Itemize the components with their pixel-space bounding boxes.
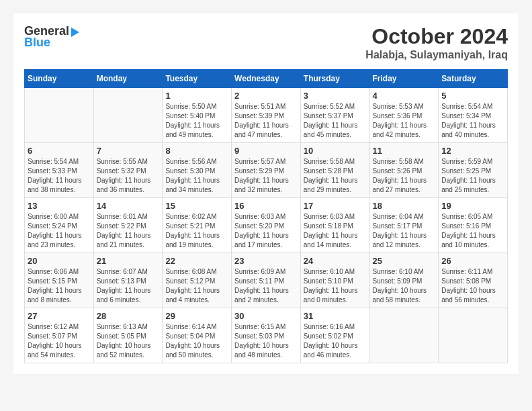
day-number: 10 — [304, 146, 367, 156]
day-cell: 4Sunrise: 5:53 AM Sunset: 5:36 PM Daylig… — [369, 88, 439, 143]
day-number: 18 — [373, 201, 436, 211]
day-number: 19 — [441, 201, 504, 211]
calendar-table: SundayMondayTuesdayWednesdayThursdayFrid… — [24, 69, 508, 363]
day-info: Sunrise: 5:53 AM Sunset: 5:36 PM Dayligh… — [373, 102, 436, 140]
day-cell: 21Sunrise: 6:07 AM Sunset: 5:13 PM Dayli… — [93, 253, 163, 308]
day-cell: 9Sunrise: 5:57 AM Sunset: 5:29 PM Daylig… — [232, 143, 301, 198]
day-number: 29 — [165, 311, 228, 321]
day-info: Sunrise: 6:01 AM Sunset: 5:22 PM Dayligh… — [97, 212, 160, 250]
day-cell — [439, 308, 508, 363]
day-info: Sunrise: 6:05 AM Sunset: 5:16 PM Dayligh… — [441, 212, 504, 250]
day-info: Sunrise: 5:50 AM Sunset: 5:40 PM Dayligh… — [165, 102, 228, 140]
day-number: 22 — [165, 256, 228, 266]
day-number: 26 — [441, 256, 504, 266]
day-cell: 12Sunrise: 5:59 AM Sunset: 5:25 PM Dayli… — [439, 143, 508, 198]
day-info: Sunrise: 6:03 AM Sunset: 5:20 PM Dayligh… — [234, 212, 298, 250]
day-info: Sunrise: 6:16 AM Sunset: 5:02 PM Dayligh… — [304, 322, 367, 360]
day-cell: 28Sunrise: 6:13 AM Sunset: 5:05 PM Dayli… — [93, 308, 163, 363]
day-cell: 31Sunrise: 6:16 AM Sunset: 5:02 PM Dayli… — [300, 308, 369, 363]
week-row-1: 1Sunrise: 5:50 AM Sunset: 5:40 PM Daylig… — [25, 88, 508, 143]
day-number: 30 — [234, 311, 298, 321]
day-cell: 10Sunrise: 5:58 AM Sunset: 5:28 PM Dayli… — [300, 143, 369, 198]
day-info: Sunrise: 6:09 AM Sunset: 5:11 PM Dayligh… — [234, 267, 298, 305]
column-header-saturday: Saturday — [439, 70, 508, 88]
day-info: Sunrise: 5:51 AM Sunset: 5:39 PM Dayligh… — [234, 102, 298, 140]
day-cell: 3Sunrise: 5:52 AM Sunset: 5:37 PM Daylig… — [300, 88, 369, 143]
header-row: SundayMondayTuesdayWednesdayThursdayFrid… — [25, 70, 508, 88]
day-cell: 27Sunrise: 6:12 AM Sunset: 5:07 PM Dayli… — [25, 308, 94, 363]
day-info: Sunrise: 5:58 AM Sunset: 5:28 PM Dayligh… — [304, 157, 367, 195]
day-cell — [93, 88, 163, 143]
column-header-tuesday: Tuesday — [163, 70, 232, 88]
location-title: Halabja, Sulaymaniyah, Iraq — [365, 49, 508, 61]
day-cell: 16Sunrise: 6:03 AM Sunset: 5:20 PM Dayli… — [232, 198, 301, 253]
day-info: Sunrise: 6:02 AM Sunset: 5:21 PM Dayligh… — [165, 212, 228, 250]
day-number: 17 — [304, 201, 367, 211]
day-number: 6 — [28, 146, 91, 156]
day-info: Sunrise: 6:11 AM Sunset: 5:08 PM Dayligh… — [441, 267, 504, 305]
day-info: Sunrise: 6:03 AM Sunset: 5:18 PM Dayligh… — [304, 212, 367, 250]
day-info: Sunrise: 6:07 AM Sunset: 5:13 PM Dayligh… — [97, 267, 160, 305]
day-info: Sunrise: 5:55 AM Sunset: 5:32 PM Dayligh… — [97, 157, 160, 195]
day-number: 11 — [373, 146, 436, 156]
day-number: 24 — [304, 256, 367, 266]
day-cell: 20Sunrise: 6:06 AM Sunset: 5:15 PM Dayli… — [25, 253, 94, 308]
header: General Blue October 2024 Halabja, Sulay… — [24, 24, 508, 61]
day-cell: 6Sunrise: 5:54 AM Sunset: 5:33 PM Daylig… — [25, 143, 94, 198]
day-number: 5 — [441, 91, 504, 101]
day-cell: 26Sunrise: 6:11 AM Sunset: 5:08 PM Dayli… — [439, 253, 508, 308]
day-number: 2 — [234, 91, 298, 101]
day-info: Sunrise: 5:57 AM Sunset: 5:29 PM Dayligh… — [234, 157, 298, 195]
day-cell: 24Sunrise: 6:10 AM Sunset: 5:10 PM Dayli… — [300, 253, 369, 308]
day-number: 14 — [97, 201, 160, 211]
day-cell: 29Sunrise: 6:14 AM Sunset: 5:04 PM Dayli… — [163, 308, 232, 363]
day-info: Sunrise: 5:54 AM Sunset: 5:33 PM Dayligh… — [28, 157, 91, 195]
day-number: 16 — [234, 201, 298, 211]
day-number: 3 — [304, 91, 367, 101]
day-info: Sunrise: 6:08 AM Sunset: 5:12 PM Dayligh… — [165, 267, 228, 305]
day-info: Sunrise: 6:15 AM Sunset: 5:03 PM Dayligh… — [234, 322, 298, 360]
day-info: Sunrise: 6:04 AM Sunset: 5:17 PM Dayligh… — [373, 212, 436, 250]
day-cell: 19Sunrise: 6:05 AM Sunset: 5:16 PM Dayli… — [439, 198, 508, 253]
day-info: Sunrise: 5:56 AM Sunset: 5:30 PM Dayligh… — [165, 157, 228, 195]
logo-blue-text: Blue — [24, 36, 50, 50]
day-info: Sunrise: 6:00 AM Sunset: 5:24 PM Dayligh… — [28, 212, 91, 250]
day-cell: 18Sunrise: 6:04 AM Sunset: 5:17 PM Dayli… — [369, 198, 439, 253]
day-cell: 2Sunrise: 5:51 AM Sunset: 5:39 PM Daylig… — [232, 88, 301, 143]
column-header-thursday: Thursday — [300, 70, 369, 88]
day-number: 25 — [373, 256, 436, 266]
day-cell — [369, 308, 439, 363]
day-cell: 14Sunrise: 6:01 AM Sunset: 5:22 PM Dayli… — [93, 198, 163, 253]
day-number: 12 — [441, 146, 504, 156]
day-info: Sunrise: 6:06 AM Sunset: 5:15 PM Dayligh… — [28, 267, 91, 305]
day-number: 28 — [97, 311, 160, 321]
column-header-monday: Monday — [93, 70, 163, 88]
day-number: 23 — [234, 256, 298, 266]
title-block: October 2024 Halabja, Sulaymaniyah, Iraq — [365, 24, 508, 61]
week-row-2: 6Sunrise: 5:54 AM Sunset: 5:33 PM Daylig… — [25, 143, 508, 198]
day-cell: 8Sunrise: 5:56 AM Sunset: 5:30 PM Daylig… — [163, 143, 232, 198]
day-info: Sunrise: 5:54 AM Sunset: 5:34 PM Dayligh… — [441, 102, 504, 140]
day-number: 13 — [28, 201, 91, 211]
day-info: Sunrise: 6:10 AM Sunset: 5:10 PM Dayligh… — [304, 267, 367, 305]
day-number: 15 — [165, 201, 228, 211]
day-cell: 25Sunrise: 6:10 AM Sunset: 5:09 PM Dayli… — [369, 253, 439, 308]
day-cell: 30Sunrise: 6:15 AM Sunset: 5:03 PM Dayli… — [232, 308, 301, 363]
day-number: 4 — [373, 91, 436, 101]
week-row-3: 13Sunrise: 6:00 AM Sunset: 5:24 PM Dayli… — [25, 198, 508, 253]
month-title: October 2024 — [365, 24, 508, 49]
calendar-container: General Blue October 2024 Halabja, Sulay… — [13, 13, 519, 374]
day-number: 1 — [165, 91, 228, 101]
day-info: Sunrise: 5:52 AM Sunset: 5:37 PM Dayligh… — [304, 102, 367, 140]
day-number: 21 — [97, 256, 160, 266]
day-cell: 23Sunrise: 6:09 AM Sunset: 5:11 PM Dayli… — [232, 253, 301, 308]
column-header-wednesday: Wednesday — [232, 70, 301, 88]
column-header-friday: Friday — [369, 70, 439, 88]
day-info: Sunrise: 6:14 AM Sunset: 5:04 PM Dayligh… — [165, 322, 228, 360]
day-cell — [25, 88, 94, 143]
day-number: 27 — [28, 311, 91, 321]
week-row-5: 27Sunrise: 6:12 AM Sunset: 5:07 PM Dayli… — [25, 308, 508, 363]
column-header-sunday: Sunday — [25, 70, 94, 88]
day-number: 7 — [97, 146, 160, 156]
week-row-4: 20Sunrise: 6:06 AM Sunset: 5:15 PM Dayli… — [25, 253, 508, 308]
